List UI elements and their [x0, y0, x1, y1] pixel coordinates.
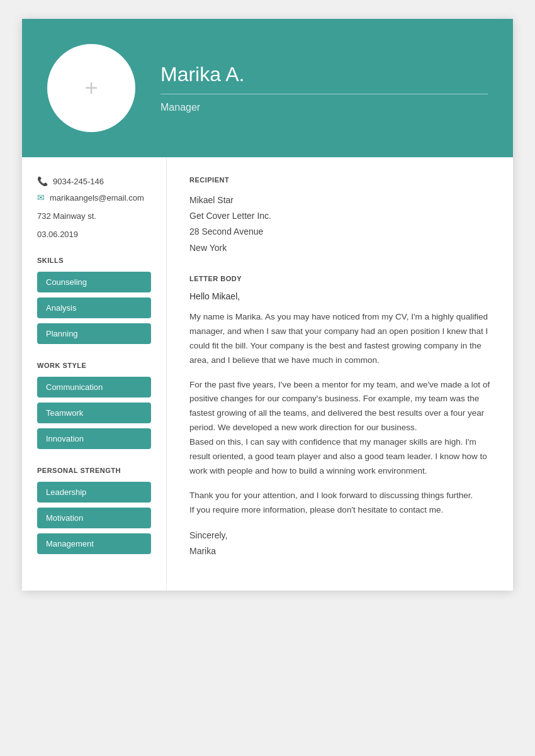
header: + Marika A. Manager — [22, 19, 513, 157]
strength-management: Management — [37, 533, 151, 554]
date: 03.06.2019 — [37, 230, 151, 239]
skill-counseling: Counseling — [37, 272, 151, 292]
letter-greeting: Hello Mikael, — [189, 291, 490, 301]
work-style-communication: Communication — [37, 377, 151, 397]
avatar[interactable]: + — [47, 44, 135, 132]
work-style-innovation: Innovation — [37, 428, 151, 449]
recipient-block: RECIPIENT Mikael Star Get Cover Letter I… — [189, 176, 490, 256]
phone-icon: 📞 — [37, 176, 48, 186]
personal-strength-section: PERSONAL STRENGTH Leadership Motivation … — [37, 467, 151, 554]
header-divider — [160, 94, 488, 94]
strength-leadership: Leadership — [37, 482, 151, 503]
skills-title: SKILLS — [37, 257, 151, 264]
phone-item: 📞 9034-245-146 — [37, 176, 151, 186]
email-item: ✉ marikaangels@email.com — [37, 192, 151, 203]
recipient-address1: 28 Second Avenue — [189, 224, 490, 240]
letter-paragraph-3: Thank you for your attention, and I look… — [189, 489, 490, 518]
recipient-city: New York — [189, 240, 490, 256]
sidebar: 📞 9034-245-146 ✉ marikaangels@email.com … — [22, 157, 167, 591]
header-name: Marika A. — [160, 63, 488, 86]
recipient-title: RECIPIENT — [189, 176, 490, 184]
avatar-plus-icon: + — [84, 77, 98, 99]
letter-paragraph-2: For the past five years, I've been a men… — [189, 378, 490, 479]
work-style-title: WORK STYLE — [37, 362, 151, 369]
skills-section: SKILLS Counseling Analysis Planning — [37, 257, 151, 344]
body: 📞 9034-245-146 ✉ marikaangels@email.com … — [22, 157, 513, 591]
header-info: Marika A. Manager — [160, 63, 488, 113]
resume-page: + Marika A. Manager 📞 9034-245-146 ✉ mar… — [22, 19, 513, 591]
recipient-name: Mikael Star — [189, 192, 490, 208]
recipient-company: Get Cover Letter Inc. — [189, 208, 490, 224]
email-icon: ✉ — [37, 192, 45, 203]
address: 732 Mainway st. — [37, 211, 151, 221]
strength-motivation: Motivation — [37, 508, 151, 528]
letter-paragraph-1: My name is Marika. As you may have notic… — [189, 310, 490, 368]
letter-signature: Marika — [189, 543, 490, 559]
work-style-teamwork: Teamwork — [37, 403, 151, 423]
skill-planning: Planning — [37, 323, 151, 344]
phone-number: 9034-245-146 — [53, 177, 104, 186]
personal-strength-title: PERSONAL STRENGTH — [37, 467, 151, 474]
skill-analysis: Analysis — [37, 297, 151, 318]
letter-closing: Sincerely, — [189, 528, 490, 543]
letter-body-title: LETTER BODY — [189, 275, 490, 282]
letter-body-block: LETTER BODY Hello Mikael, My name is Mar… — [189, 275, 490, 560]
work-style-section: WORK STYLE Communication Teamwork Innova… — [37, 362, 151, 449]
email-address: marikaangels@email.com — [50, 193, 144, 203]
main-content: RECIPIENT Mikael Star Get Cover Letter I… — [167, 157, 513, 591]
header-title: Manager — [160, 102, 488, 113]
